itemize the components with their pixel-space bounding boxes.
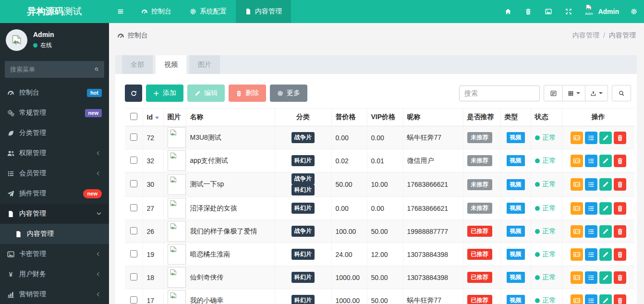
settings-button[interactable] bbox=[624, 0, 644, 23]
table-search-input[interactable] bbox=[459, 85, 540, 101]
tab-image[interactable]: 图片 bbox=[189, 55, 220, 74]
edit-action-button[interactable] bbox=[599, 202, 612, 215]
delete-button[interactable]: 删除 bbox=[229, 85, 266, 102]
detail-action-button[interactable] bbox=[585, 248, 597, 261]
card-action-button[interactable] bbox=[571, 271, 583, 284]
trash-button[interactable] bbox=[518, 0, 538, 23]
topnav-item-dashboard[interactable]: 控制台 bbox=[132, 0, 181, 23]
topnav-item-content[interactable]: 内容管理 bbox=[236, 0, 291, 23]
card-action-button[interactable] bbox=[571, 132, 583, 144]
card-action-button[interactable] bbox=[571, 294, 583, 304]
col-recommended[interactable]: 是否推荐 bbox=[463, 109, 500, 126]
search-button[interactable] bbox=[612, 85, 631, 101]
sidebar-item-cardkey[interactable]: 卡密管理 bbox=[0, 244, 109, 264]
col-category[interactable]: 分类 bbox=[275, 109, 331, 126]
cell-id: 26 bbox=[143, 220, 163, 243]
col-nickname[interactable]: 昵称 bbox=[403, 109, 463, 126]
edit-action-button[interactable] bbox=[599, 178, 612, 191]
tab-video[interactable]: 视频 bbox=[156, 55, 186, 74]
delete-action-button[interactable] bbox=[614, 132, 626, 144]
delete-action-button[interactable] bbox=[614, 202, 626, 215]
new-badge: new bbox=[83, 189, 102, 198]
select-all-checkbox[interactable] bbox=[130, 113, 137, 120]
row-checkbox[interactable] bbox=[130, 227, 137, 234]
detail-view-button[interactable] bbox=[544, 85, 563, 101]
sidebar-item-content[interactable]: 内容管理 bbox=[0, 204, 109, 224]
sidebar-search-input[interactable] bbox=[10, 66, 95, 73]
col-price[interactable]: 普价格 bbox=[331, 109, 367, 126]
leaf-icon bbox=[7, 130, 14, 137]
col-status[interactable]: 状态 bbox=[531, 109, 562, 126]
fullscreen-button[interactable] bbox=[559, 0, 579, 23]
edit-action-button[interactable] bbox=[599, 132, 612, 144]
image-button[interactable] bbox=[538, 0, 559, 23]
col-image[interactable]: 图片 bbox=[163, 109, 186, 126]
row-checkbox[interactable] bbox=[130, 180, 137, 187]
home-button[interactable] bbox=[498, 0, 518, 23]
card-action-button[interactable] bbox=[571, 155, 583, 167]
row-checkbox[interactable] bbox=[130, 273, 137, 280]
detail-action-button[interactable] bbox=[585, 132, 597, 144]
topnav-item-system-config[interactable]: 系统配置 bbox=[181, 0, 236, 23]
sidebar-item-marketing[interactable]: 营销管理 bbox=[0, 284, 109, 304]
row-checkbox[interactable] bbox=[130, 250, 137, 257]
detail-action-button[interactable] bbox=[585, 294, 597, 304]
sidebar-item-content-sub[interactable]: 内容管理 bbox=[0, 224, 109, 244]
row-checkbox[interactable] bbox=[130, 157, 137, 164]
col-id[interactable]: Id bbox=[143, 109, 163, 126]
col-type[interactable]: 类型 bbox=[500, 109, 531, 126]
detail-action-button[interactable] bbox=[585, 225, 597, 238]
edit-action-button[interactable] bbox=[599, 248, 612, 261]
col-vip-price[interactable]: VIP价格 bbox=[367, 109, 403, 126]
detail-action-button[interactable] bbox=[585, 202, 597, 215]
cell-type: 视频 bbox=[500, 149, 531, 172]
detail-action-button[interactable] bbox=[585, 155, 597, 167]
export-button[interactable] bbox=[585, 85, 608, 101]
sidebar-item-member[interactable]: 会员管理 bbox=[0, 163, 109, 183]
add-button[interactable]: 添加 bbox=[146, 85, 183, 102]
card-action-button[interactable] bbox=[571, 248, 583, 261]
idcard-icon bbox=[573, 181, 580, 188]
sidebar-item-finance[interactable]: 用户财务 bbox=[0, 264, 109, 284]
detail-action-button[interactable] bbox=[585, 178, 597, 191]
more-button[interactable]: 更多 bbox=[270, 85, 307, 102]
row-checkbox[interactable] bbox=[130, 296, 137, 304]
cell-vip-price: 10.00 bbox=[367, 172, 403, 197]
detail-action-button[interactable] bbox=[585, 271, 597, 284]
edit-action-button[interactable] bbox=[599, 294, 612, 304]
sidebar-toggle-button[interactable] bbox=[109, 0, 132, 23]
row-checkbox[interactable] bbox=[130, 204, 137, 211]
gear-icon bbox=[277, 90, 283, 97]
cell-status: 正常 bbox=[531, 197, 562, 220]
delete-action-button[interactable] bbox=[614, 271, 626, 284]
card-action-button[interactable] bbox=[571, 202, 583, 215]
tab-all[interactable]: 全部 bbox=[122, 55, 153, 74]
content-table: Id 图片 名称 分类 普价格 VIP价格 昵称 是否推荐 类型 状态 操作 7… bbox=[125, 108, 634, 304]
edit-button[interactable]: 编辑 bbox=[187, 85, 225, 102]
breadcrumb-separator: / bbox=[603, 32, 605, 39]
user-menu[interactable]: Adm Admin bbox=[579, 0, 624, 23]
delete-action-button[interactable] bbox=[614, 155, 626, 167]
delete-action-button[interactable] bbox=[614, 178, 626, 191]
row-checkbox[interactable] bbox=[130, 134, 137, 141]
sidebar-item-general[interactable]: 常规管理new bbox=[0, 103, 109, 123]
delete-action-button[interactable] bbox=[614, 294, 626, 304]
sidebar-item-category[interactable]: 分类管理 bbox=[0, 123, 109, 143]
sidebar-item-plugin[interactable]: 插件管理new bbox=[0, 183, 109, 204]
trash-icon bbox=[617, 181, 623, 188]
edit-action-button[interactable] bbox=[599, 271, 612, 284]
delete-action-button[interactable] bbox=[614, 248, 626, 261]
delete-action-button[interactable] bbox=[614, 225, 626, 238]
refresh-button[interactable] bbox=[125, 85, 142, 102]
app-logo[interactable]: 异构源码测试 bbox=[0, 0, 109, 23]
col-name[interactable]: 名称 bbox=[186, 109, 275, 126]
card-action-button[interactable] bbox=[571, 178, 583, 191]
breadcrumb-link[interactable]: 内容管理 bbox=[572, 31, 599, 40]
edit-action-button[interactable] bbox=[599, 225, 612, 238]
edit-action-button[interactable] bbox=[599, 155, 612, 167]
card-action-button[interactable] bbox=[571, 225, 583, 238]
cell-name: 沼泽深处的女孩 bbox=[186, 197, 275, 220]
sidebar-item-dashboard[interactable]: 控制台hot bbox=[0, 83, 109, 103]
sidebar-item-permission[interactable]: 权限管理 bbox=[0, 143, 109, 163]
columns-button[interactable] bbox=[563, 85, 585, 101]
